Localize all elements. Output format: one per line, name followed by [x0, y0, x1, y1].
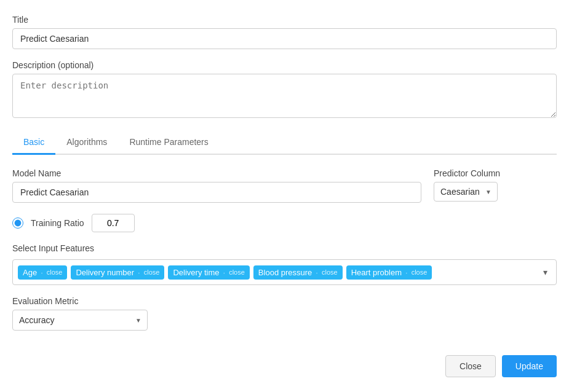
title-input[interactable] [12, 28, 557, 49]
evaluation-metric-label: Evaluation Metric [12, 296, 557, 306]
tag-delivery-time-label: Delivery time [173, 268, 219, 277]
description-input[interactable] [12, 74, 557, 118]
tag-blood-pressure-label: Blood pressure [258, 268, 312, 277]
tag-heart-problem-label: Heart problem [351, 268, 402, 277]
footer-buttons: Close Update [12, 355, 557, 377]
training-ratio-radio[interactable] [12, 218, 23, 229]
tag-delivery-time-separator: · [223, 268, 226, 277]
model-name-label: Model Name [12, 168, 421, 178]
predictor-column-select[interactable]: Caesarian [434, 182, 498, 202]
tab-runtime[interactable]: Runtime Parameters [118, 131, 219, 155]
tags-container: Age · close Delivery number · close Deli… [12, 259, 557, 285]
model-name-col: Model Name [12, 168, 421, 203]
tab-content-basic: Model Name Predictor Column Caesarian Tr… [12, 168, 557, 331]
tag-delivery-number-separator: · [138, 268, 140, 277]
tag-blood-pressure-close[interactable]: close [322, 269, 338, 276]
description-field-group: Description (optional) [12, 60, 557, 120]
tag-age: Age · close [18, 265, 67, 280]
tag-heart-problem-close[interactable]: close [412, 269, 428, 276]
training-ratio-input[interactable] [92, 214, 135, 232]
model-predictor-row: Model Name Predictor Column Caesarian [12, 168, 557, 203]
tag-delivery-number: Delivery number · close [71, 265, 164, 280]
description-label: Description (optional) [12, 60, 557, 70]
tag-delivery-number-close[interactable]: close [144, 269, 160, 276]
tag-age-label: Age [23, 268, 37, 277]
tag-age-close[interactable]: close [47, 269, 63, 276]
tag-heart-problem: Heart problem · close [346, 265, 432, 280]
input-features-group: Select Input Features Age · close Delive… [12, 243, 557, 285]
tag-delivery-time-close[interactable]: close [229, 269, 245, 276]
predictor-column-col: Predictor Column Caesarian [434, 168, 557, 203]
tag-age-separator: · [41, 268, 43, 277]
predictor-column-wrapper: Caesarian [434, 182, 498, 202]
predictor-column-label: Predictor Column [434, 168, 557, 178]
training-ratio-label: Training Ratio [31, 218, 84, 228]
close-button[interactable]: Close [445, 355, 496, 377]
evaluation-metric-select[interactable]: Accuracy Precision Recall F1 Score AUC [12, 310, 148, 331]
input-features-label: Select Input Features [12, 243, 557, 253]
tag-blood-pressure: Blood pressure · close [253, 265, 343, 280]
model-name-input[interactable] [12, 182, 421, 203]
evaluation-metric-group: Evaluation Metric Accuracy Precision Rec… [12, 296, 557, 331]
eval-metric-wrapper: Accuracy Precision Recall F1 Score AUC [12, 310, 148, 331]
dialog: Title Description (optional) Basic Algor… [0, 0, 569, 392]
training-ratio-row: Training Ratio [12, 214, 557, 232]
tag-blood-pressure-separator: · [316, 268, 318, 277]
tag-heart-problem-separator: · [405, 268, 408, 277]
title-label: Title [12, 15, 557, 25]
tab-basic[interactable]: Basic [12, 131, 55, 155]
title-field-group: Title [12, 15, 557, 49]
tags-dropdown-button[interactable]: ▾ [539, 266, 551, 278]
tag-delivery-time: Delivery time · close [168, 265, 249, 280]
tab-bar: Basic Algorithms Runtime Parameters [12, 131, 557, 155]
update-button[interactable]: Update [502, 355, 557, 377]
tab-algorithms[interactable]: Algorithms [55, 131, 118, 155]
tag-delivery-number-label: Delivery number [76, 268, 134, 277]
